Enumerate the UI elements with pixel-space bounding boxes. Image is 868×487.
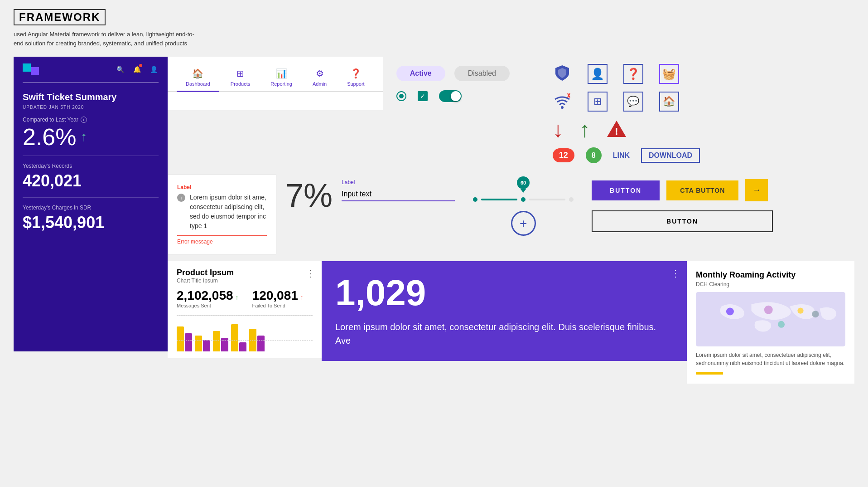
form-error-panel: Label i Lorem ipsum dolor sit ame, conse…	[168, 175, 276, 254]
tab-support[interactable]: ❓ Support	[338, 63, 374, 91]
error-divider	[177, 235, 267, 236]
shield-icon	[553, 63, 572, 84]
support-icon: ❓	[350, 68, 362, 79]
error-message: Error message	[177, 239, 267, 245]
tab-products-label: Products	[231, 81, 250, 87]
add-circle-button[interactable]: +	[511, 211, 536, 236]
bar-group-2	[195, 336, 210, 351]
percent-display: 7%	[285, 179, 333, 212]
main-percent: 2.6%	[23, 125, 77, 149]
radio-inner	[399, 94, 404, 98]
styled-input[interactable]	[342, 188, 455, 201]
dashboard-panel: 🔍 🔔 👤 Swift Ticket Summary UPDATED JAN 5…	[14, 57, 168, 351]
bar-2b	[203, 340, 210, 351]
svg-point-5	[726, 308, 734, 316]
svg-point-7	[797, 308, 803, 314]
bar-group-3	[213, 331, 228, 351]
form-field-label: Label	[177, 184, 267, 190]
dashboard-header: 🔍 🔔 👤	[23, 63, 159, 75]
notification-icon[interactable]: 🔔	[132, 64, 142, 74]
logo-teal	[23, 63, 31, 72]
primary-button[interactable]: BUTTON	[592, 180, 660, 200]
products-icon: ⊞	[236, 68, 244, 79]
dash-divider	[23, 82, 159, 83]
form-elements-row: ✓	[396, 90, 532, 102]
disabled-pill[interactable]: Disabled	[454, 66, 510, 81]
tab-reporting[interactable]: 📊 Reporting	[261, 63, 301, 91]
grid-box-icon: ⊞	[588, 92, 608, 112]
slider-dots-row: 60	[473, 197, 574, 202]
form-field-info: i Lorem ipsum dolor sit ame, consectetur…	[177, 193, 267, 231]
slider-container[interactable]: 60	[473, 184, 574, 202]
arrow-down-icon: ↓	[553, 119, 564, 141]
framework-title: FRAMEWORK	[14, 9, 106, 25]
cta-button[interactable]: CTA BUTTON	[666, 180, 738, 200]
arrow-up-icon: ↑	[579, 119, 590, 141]
search-icon[interactable]: 🔍	[115, 64, 125, 74]
input-label: Label	[342, 179, 455, 185]
world-map	[696, 292, 845, 346]
stat-divider-2	[23, 197, 159, 198]
tab-support-label: Support	[347, 81, 365, 87]
tab-reporting-label: Reporting	[270, 81, 292, 87]
slider-bubble-arrow	[521, 189, 526, 193]
arrow-button[interactable]: →	[745, 179, 768, 201]
pill-toggle-row: Active Disabled	[396, 66, 532, 81]
primary-buttons-row: BUTTON CTA BUTTON →	[592, 179, 773, 201]
active-pill[interactable]: Active	[396, 66, 445, 81]
nav-tabs: 🏠 Dashboard ⊞ Products 📊 Reporting ⚙	[168, 57, 383, 92]
product-title: Product Ipsum	[177, 268, 313, 278]
tab-products[interactable]: ⊞ Products	[222, 63, 259, 91]
slider-track-left	[481, 199, 517, 200]
menu-dots[interactable]: ⋮	[306, 268, 315, 279]
messages-label: Messages Sent	[177, 303, 239, 308]
summary-title: Swift Ticket Summary	[23, 92, 159, 102]
grid-line-top	[177, 315, 313, 316]
tab-underspace	[168, 92, 383, 110]
header-description: used Angular Material framework to deliv…	[14, 30, 195, 48]
chat-box-icon: 💬	[623, 92, 643, 112]
download-button[interactable]: DOWNLOAD	[641, 148, 700, 163]
stat-divider-1	[23, 156, 159, 156]
roaming-description: Lorem ipsum dolor sit amet, consectetuer…	[696, 351, 845, 367]
profile-icon[interactable]: 👤	[149, 64, 159, 74]
checkbox[interactable]: ✓	[418, 91, 428, 101]
outline-button[interactable]: BUTTON	[592, 210, 773, 232]
outline-button-row: BUTTON	[592, 210, 773, 232]
messages-value: 2,102,058	[177, 288, 233, 303]
bar-2a	[195, 336, 202, 351]
person-box-icon: 👤	[588, 64, 608, 84]
svg-text:!: !	[615, 126, 618, 137]
slider-dot-2: 60	[521, 197, 526, 202]
tab-dashboard[interactable]: 🏠 Dashboard	[177, 63, 219, 91]
stat-card-text: Lorem ipsum dolor sit amet, consectetur …	[335, 320, 673, 347]
form-field-text: Lorem ipsum dolor sit ame, consectetur a…	[190, 193, 267, 231]
slider-panel: 60 +	[464, 175, 583, 245]
link-button[interactable]: LINK	[613, 151, 630, 160]
failed-label: Failed To Send	[252, 303, 304, 308]
radio-button[interactable]	[396, 91, 406, 101]
stat-card-menu[interactable]: ⋮	[671, 268, 680, 279]
roaming-accent	[696, 372, 723, 375]
percent-input-panel: 7% Label	[281, 175, 459, 216]
compare-label: Compared to Last Year i	[23, 117, 159, 123]
bar-group-1	[177, 326, 192, 351]
logo-purple	[31, 67, 39, 75]
roaming-subtitle: DCH Clearing	[696, 281, 845, 287]
bar-4a	[231, 324, 238, 351]
grid-line-mid	[177, 329, 313, 329]
tab-admin[interactable]: ⚙ Admin	[304, 63, 336, 91]
charges-label: Yesterday's Charges in SDR	[23, 205, 159, 211]
summary-date: UPDATED JAN 5TH 2020	[23, 105, 159, 110]
svg-point-6	[764, 306, 773, 314]
slider-bubble: 60	[517, 176, 530, 189]
roaming-panel: Monthly Roaming Activity DCH Clearing	[687, 261, 854, 384]
bar-5b	[257, 336, 265, 351]
tab-dashboard-label: Dashboard	[186, 81, 210, 87]
toggle-switch[interactable]	[439, 90, 462, 102]
bar-chart	[177, 315, 313, 351]
svg-point-8	[778, 321, 785, 328]
tab-admin-label: Admin	[313, 81, 327, 87]
compare-info-icon[interactable]: i	[81, 117, 87, 123]
failed-value: 120,081	[252, 288, 298, 303]
